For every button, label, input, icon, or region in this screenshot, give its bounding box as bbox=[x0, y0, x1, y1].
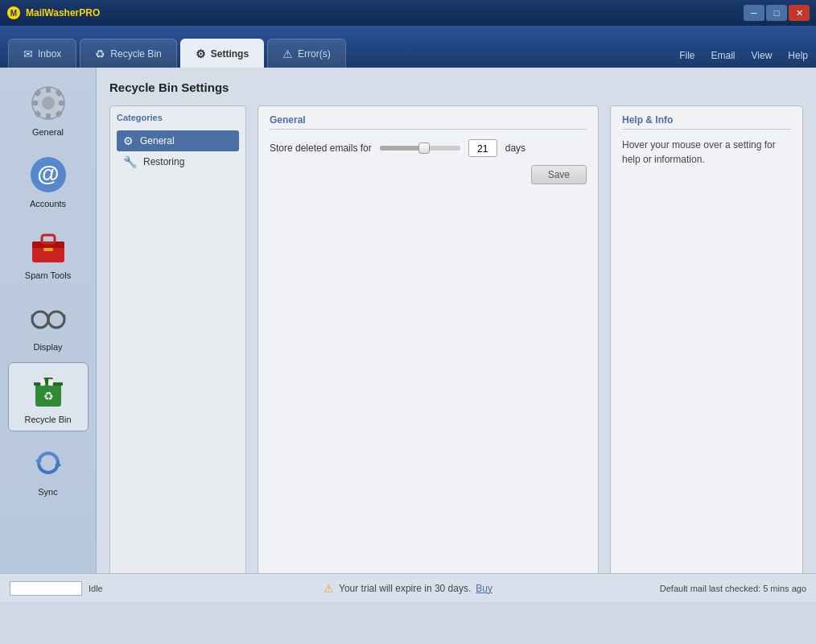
inbox-icon: ✉ bbox=[23, 47, 33, 60]
title-bar: M MailWasherPRO ─ □ ✕ bbox=[0, 0, 816, 26]
svg-rect-6 bbox=[32, 101, 38, 105]
sidebar: General @ Accounts Spam To bbox=[0, 68, 97, 573]
svg-rect-16 bbox=[42, 235, 55, 243]
svg-rect-4 bbox=[46, 87, 51, 93]
store-emails-label: Store deleted emails for bbox=[270, 142, 372, 154]
menu-email[interactable]: Email bbox=[711, 50, 736, 61]
idle-text: Idle bbox=[89, 584, 103, 593]
svg-text:@: @ bbox=[37, 161, 59, 186]
categories-panel: Categories ⚙ General 🔧 Restoring bbox=[109, 105, 246, 585]
tab-settings[interactable]: ⚙ Settings bbox=[180, 39, 264, 68]
svg-rect-17 bbox=[43, 248, 53, 251]
category-restoring-label: Restoring bbox=[143, 156, 184, 167]
sidebar-item-recycle-bin-label: Recycle Bin bbox=[24, 415, 71, 424]
tab-errors-label: Error(s) bbox=[298, 48, 331, 60]
save-row: Save bbox=[270, 165, 587, 184]
category-general[interactable]: ⚙ General bbox=[117, 130, 239, 151]
menu-file[interactable]: File bbox=[679, 50, 694, 61]
categories-header: Categories bbox=[117, 113, 239, 126]
general-icon bbox=[27, 82, 69, 124]
general-settings-panel: General Store deleted emails for 21 days… bbox=[258, 105, 599, 585]
menu-view[interactable]: View bbox=[752, 50, 773, 61]
svg-marker-30 bbox=[55, 460, 61, 466]
general-panel-header: General bbox=[270, 114, 587, 130]
trial-warning-icon: ⚠ bbox=[324, 582, 334, 595]
slider-container bbox=[380, 146, 460, 151]
svg-point-3 bbox=[42, 97, 55, 109]
app-icon: M bbox=[6, 6, 21, 20]
tab-errors[interactable]: ⚠ Error(s) bbox=[267, 39, 346, 68]
sidebar-item-display-label: Display bbox=[33, 342, 62, 352]
sidebar-item-accounts-label: Accounts bbox=[30, 199, 66, 208]
tab-recycle-bin[interactable]: ♻ Recycle Bin bbox=[80, 39, 176, 68]
sidebar-item-general[interactable]: General bbox=[8, 76, 89, 143]
accounts-icon: @ bbox=[27, 154, 69, 196]
sync-icon bbox=[27, 442, 69, 484]
help-panel-header: Help & Info bbox=[622, 114, 791, 130]
slider-value[interactable]: 21 bbox=[468, 139, 497, 157]
help-text: Hover your mouse over a setting for help… bbox=[622, 138, 791, 167]
display-icon bbox=[27, 297, 69, 339]
errors-icon: ⚠ bbox=[282, 47, 293, 60]
recycle-bin-icon: ♻ bbox=[95, 47, 105, 60]
tab-recycle-bin-label: Recycle Bin bbox=[110, 48, 161, 60]
help-panel: Help & Info Hover your mouse over a sett… bbox=[610, 105, 803, 585]
category-restoring-icon: 🔧 bbox=[123, 155, 137, 168]
content-area: Recycle Bin Settings Categories ⚙ Genera… bbox=[97, 68, 816, 573]
main-content: General @ Accounts Spam To bbox=[0, 68, 816, 573]
close-button[interactable]: ✕ bbox=[789, 5, 810, 21]
sidebar-item-sync[interactable]: Sync bbox=[8, 436, 89, 503]
svg-rect-7 bbox=[59, 101, 64, 105]
title-bar-controls: ─ □ ✕ bbox=[744, 5, 810, 21]
minimize-button[interactable]: ─ bbox=[744, 5, 764, 21]
svg-rect-5 bbox=[46, 114, 51, 119]
settings-icon: ⚙ bbox=[196, 47, 206, 60]
days-label: days bbox=[505, 142, 525, 154]
sidebar-item-accounts[interactable]: @ Accounts bbox=[8, 147, 89, 215]
buy-link[interactable]: Buy bbox=[476, 583, 492, 594]
store-emails-row: Store deleted emails for 21 days bbox=[270, 139, 587, 157]
spam-tools-icon bbox=[27, 225, 69, 267]
sidebar-item-general-label: General bbox=[32, 127, 64, 137]
page-title: Recycle Bin Settings bbox=[109, 80, 803, 94]
sidebar-item-recycle-bin[interactable]: ♻ Recycle Bin bbox=[8, 362, 89, 431]
category-restoring[interactable]: 🔧 Restoring bbox=[117, 151, 239, 172]
save-button[interactable]: Save bbox=[531, 165, 587, 184]
slider-thumb[interactable] bbox=[418, 142, 430, 154]
sidebar-item-display[interactable]: Display bbox=[8, 291, 89, 358]
tab-inbox-label: Inbox bbox=[38, 48, 61, 60]
svg-point-18 bbox=[32, 312, 48, 328]
trial-text: Your trial will expire in 30 days. bbox=[339, 583, 471, 594]
settings-panels: Categories ⚙ General 🔧 Restoring General… bbox=[109, 105, 803, 585]
nav-bar: ✉ Inbox ♻ Recycle Bin ⚙ Settings ⚠ Error… bbox=[0, 26, 816, 68]
slider-fill bbox=[380, 146, 424, 151]
slider-track[interactable] bbox=[380, 146, 460, 151]
menu-help[interactable]: Help bbox=[788, 50, 808, 61]
svg-rect-28 bbox=[47, 379, 53, 386]
sidebar-item-sync-label: Sync bbox=[38, 487, 57, 497]
status-bar: Idle ⚠ Your trial will expire in 30 days… bbox=[0, 573, 816, 602]
sidebar-item-spam-tools-label: Spam Tools bbox=[25, 270, 71, 280]
title-bar-left: M MailWasherPRO bbox=[6, 6, 100, 20]
trial-notice: ⚠ Your trial will expire in 30 days. Buy bbox=[324, 582, 492, 595]
svg-marker-29 bbox=[35, 460, 42, 466]
status-right: Default mail last checked: 5 mins ago bbox=[660, 584, 806, 593]
menu-bar: File Email View Help bbox=[679, 50, 808, 68]
tab-inbox[interactable]: ✉ Inbox bbox=[8, 39, 76, 68]
recycle-bin-icon-sidebar: ♻ bbox=[27, 369, 69, 411]
sidebar-item-spam-tools[interactable]: Spam Tools bbox=[8, 219, 89, 287]
last-checked-text: Default mail last checked: 5 mins ago bbox=[660, 584, 806, 593]
maximize-button[interactable]: □ bbox=[766, 5, 787, 21]
svg-text:M: M bbox=[10, 9, 17, 18]
tab-settings-label: Settings bbox=[211, 48, 249, 60]
svg-point-19 bbox=[48, 312, 64, 328]
svg-text:♻: ♻ bbox=[43, 390, 53, 402]
status-left: Idle bbox=[10, 581, 103, 596]
category-general-label: General bbox=[140, 135, 175, 147]
app-title: MailWasherPRO bbox=[26, 7, 100, 19]
category-general-icon: ⚙ bbox=[123, 134, 134, 147]
status-input[interactable] bbox=[10, 581, 82, 596]
